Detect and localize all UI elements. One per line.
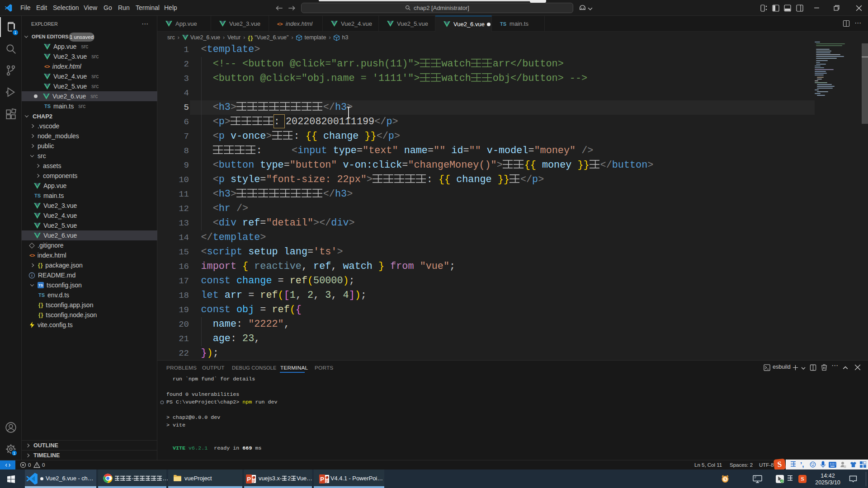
- svg-text:P: P: [247, 476, 251, 483]
- svg-text:P: P: [320, 476, 324, 483]
